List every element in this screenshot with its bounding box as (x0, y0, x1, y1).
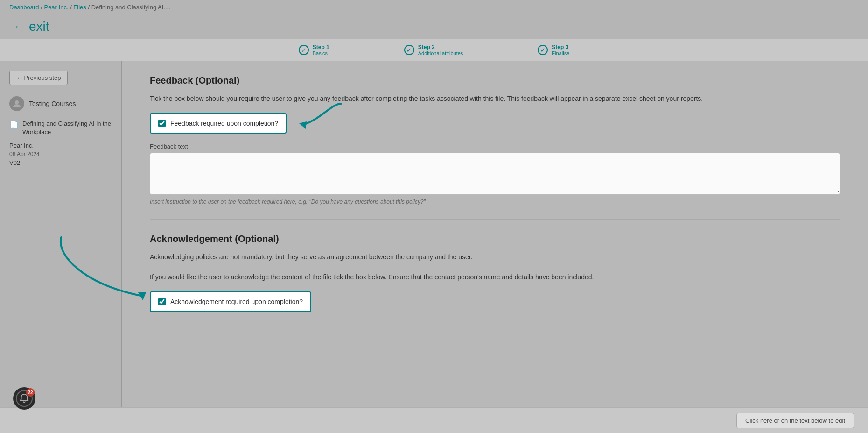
feedback-textarea-group: Feedback text Insert instruction to the … (150, 143, 840, 205)
doc-title: Defining and Classifying AI in the Workp… (22, 120, 112, 136)
feedback-hint: Insert instruction to the user on the fe… (150, 199, 840, 205)
step-1-name: Basics (313, 50, 329, 56)
svg-marker-2 (138, 292, 146, 300)
bottom-bar: Click here or on the text below to edit (0, 408, 868, 433)
svg-point-0 (15, 100, 19, 104)
sidebar-company: Pear Inc. (9, 142, 112, 149)
notification-badge[interactable]: 22 (13, 387, 35, 410)
sidebar-date: 08 Apr 2024 (9, 151, 112, 157)
exit-arrow-icon[interactable]: ← (14, 21, 24, 33)
feedback-description: Tick the box below should you require th… (150, 93, 840, 104)
step-2-number: Step 2 (418, 44, 463, 50)
click-here-button[interactable]: Click here or on the text below to edit (736, 413, 854, 428)
arrow-to-feedback-checkbox (299, 99, 355, 146)
content-area: Feedback (Optional) Tick the box below s… (122, 61, 868, 407)
step-1: ✓ Step 1 Basics (261, 44, 367, 56)
sidebar-version: V02 (9, 159, 112, 166)
feedback-checkbox[interactable] (158, 120, 166, 127)
user-name: Testing Courses (29, 100, 76, 107)
feedback-checkbox-row[interactable]: Feedback required upon completion? (150, 113, 287, 134)
breadcrumb-dashboard[interactable]: Dashboard (9, 4, 39, 11)
content-wrapper: Feedback (Optional) Tick the box below s… (150, 75, 840, 321)
breadcrumb-files[interactable]: Files (73, 4, 86, 11)
step-3-check: ✓ (538, 45, 548, 55)
section-divider (150, 219, 840, 220)
breadcrumb-sep3: / (88, 4, 91, 11)
sidebar: ← Previous step Testing Courses 📄 Defini… (0, 61, 121, 407)
notification-count: 22 (26, 388, 35, 397)
feedback-textarea-label: Feedback text (150, 143, 840, 150)
step-3: ✓ Step 3 Finalise (500, 44, 607, 56)
breadcrumb-current: Defining and Classifying AI.... (91, 4, 170, 11)
prev-step-button[interactable]: ← Previous step (9, 71, 68, 85)
feedback-section: Feedback (Optional) Tick the box below s… (150, 75, 840, 205)
step-2-check: ✓ (404, 45, 414, 55)
step-2: ✓ Step 2 Additional attributes (367, 44, 501, 56)
acknowledgement-title: Acknowledgement (Optional) (150, 234, 840, 244)
acknowledgement-desc1: Acknowledging policies are not mandatory… (150, 252, 840, 262)
acknowledgement-checkbox-label: Acknowledgement required upon completion… (170, 298, 303, 305)
step-1-check: ✓ (299, 45, 309, 55)
prev-step-label: ← Previous step (16, 74, 61, 81)
breadcrumb: Dashboard / Pear Inc. / Files / Defining… (0, 0, 868, 14)
sidebar-doc: 📄 Defining and Classifying AI in the Wor… (9, 120, 112, 136)
step-1-number: Step 1 (313, 44, 329, 50)
feedback-checkbox-label: Feedback required upon completion? (170, 120, 278, 127)
user-avatar (9, 96, 24, 111)
step-2-name: Additional attributes (418, 50, 463, 56)
acknowledgement-checkbox[interactable] (158, 298, 166, 305)
feedback-title: Feedback (Optional) (150, 75, 840, 86)
acknowledgement-section: Acknowledgement (Optional) Acknowledging… (150, 234, 840, 321)
acknowledgement-desc2: If you would like the user to acknowledg… (150, 272, 840, 282)
steps-bar: ✓ Step 1 Basics ✓ Step 2 Additional attr… (0, 39, 868, 61)
feedback-textarea[interactable] (150, 153, 840, 195)
svg-marker-1 (299, 121, 307, 129)
step-3-name: Finalise (552, 50, 569, 56)
doc-icon: 📄 (9, 120, 19, 129)
breadcrumb-company[interactable]: Pear Inc. (44, 4, 68, 11)
step-3-number: Step 3 (552, 44, 569, 50)
exit-label[interactable]: exit (29, 19, 49, 34)
acknowledgement-checkbox-row[interactable]: Acknowledgement required upon completion… (150, 291, 311, 312)
sidebar-user: Testing Courses (9, 96, 112, 111)
